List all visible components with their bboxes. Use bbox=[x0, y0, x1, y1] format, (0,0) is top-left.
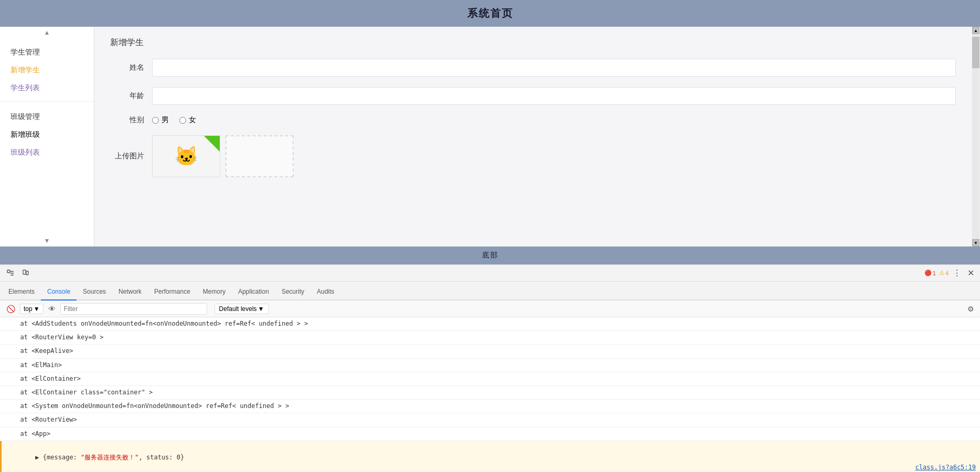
levels-arrow: ▼ bbox=[258, 305, 264, 313]
devtools-inspect-btn[interactable] bbox=[4, 267, 17, 280]
filter-input[interactable] bbox=[60, 303, 207, 315]
tab-console[interactable]: Console bbox=[41, 284, 77, 301]
console-line: at <KeepAlive> bbox=[0, 345, 980, 358]
form-row-name: 姓名 bbox=[110, 59, 956, 77]
console-line: at <ElContainer> bbox=[0, 372, 980, 386]
radio-male-input[interactable] bbox=[152, 117, 159, 124]
levels-label: Default levels bbox=[219, 305, 257, 313]
label-upload: 上传图片 bbox=[110, 152, 152, 161]
warning-icon: ⚠ bbox=[939, 270, 944, 276]
console-line: at <RouterView key=0 > bbox=[0, 331, 980, 345]
scrollbar-down-btn[interactable]: ▼ bbox=[972, 239, 979, 246]
label-gender: 性别 bbox=[110, 115, 152, 125]
devtools-close-btn[interactable]: ✕ bbox=[965, 268, 976, 278]
sidebar-scroll-down[interactable]: ▼ bbox=[0, 235, 94, 246]
devtools-controls: 🚫 top ▼ 👁 Default levels ▼ ⚙ bbox=[0, 301, 980, 317]
tab-elements[interactable]: Elements bbox=[2, 284, 41, 301]
input-age[interactable] bbox=[152, 87, 956, 105]
devtools-top-left bbox=[4, 267, 31, 280]
tab-sources[interactable]: Sources bbox=[77, 284, 112, 301]
radio-female-label: 女 bbox=[189, 115, 196, 125]
console-line: at <RouterView> bbox=[0, 413, 980, 427]
form-title: 新增学生 bbox=[110, 37, 956, 48]
levels-dropdown[interactable]: Default levels ▼ bbox=[214, 304, 269, 314]
devtools-top-right: 🔴 1 ⚠ 4 ⋮ ✕ bbox=[924, 268, 976, 278]
warning-count: 4 bbox=[945, 270, 949, 276]
radio-female-input[interactable] bbox=[179, 117, 186, 124]
sidebar-link-add-class[interactable]: 新增班级 bbox=[0, 126, 94, 144]
app-footer: 底部 bbox=[0, 246, 980, 264]
svg-rect-4 bbox=[23, 270, 26, 274]
console-settings-btn[interactable]: ⚙ bbox=[965, 304, 976, 314]
devtools-device-btn[interactable] bbox=[19, 267, 31, 280]
devtools-panel: 🔴 1 ⚠ 4 ⋮ ✕ Elements Console Sources Net… bbox=[0, 264, 980, 472]
radio-male[interactable]: 男 bbox=[152, 115, 169, 125]
right-scrollbar[interactable]: ▲ ▼ bbox=[972, 27, 980, 246]
app-title: 系统首页 bbox=[467, 7, 513, 19]
sidebar-section-students: 学生管理 bbox=[0, 41, 94, 61]
form-row-upload: 上传图片 🐱 bbox=[110, 135, 956, 177]
scrollbar-up-btn[interactable]: ▲ bbox=[972, 27, 979, 34]
error-icon: 🔴 bbox=[924, 270, 932, 276]
footer-text: 底部 bbox=[482, 251, 499, 259]
console-clear-btn[interactable]: 🚫 bbox=[4, 303, 17, 315]
devtools-more-btn[interactable]: ⋮ bbox=[952, 268, 962, 278]
sidebar-link-class-list[interactable]: 班级列表 bbox=[0, 144, 94, 162]
scrollbar-track[interactable] bbox=[972, 34, 979, 239]
console-line-object: ▶ {message: "服务器连接失败！", status: 0} class… bbox=[0, 441, 980, 472]
console-line: at <ElMain> bbox=[0, 359, 980, 372]
console-link-class[interactable]: class.js?a6c5:19 bbox=[915, 463, 976, 472]
console-line: at <App> bbox=[0, 427, 980, 441]
context-dropdown[interactable]: top ▼ bbox=[20, 304, 44, 314]
sidebar-section-class: 班级管理 bbox=[0, 106, 94, 126]
tab-network[interactable]: Network bbox=[112, 284, 148, 301]
filter-eye-btn[interactable]: 👁 bbox=[47, 304, 57, 314]
svg-rect-0 bbox=[7, 270, 10, 273]
console-line: at <System onVnodeUnmounted=fn<onVnodeUn… bbox=[0, 400, 980, 413]
scrollbar-thumb[interactable] bbox=[972, 37, 979, 68]
svg-rect-5 bbox=[26, 271, 28, 275]
error-count: 1 bbox=[933, 270, 936, 276]
cat-icon: 🐱 bbox=[175, 145, 198, 167]
tab-security[interactable]: Security bbox=[275, 284, 310, 301]
sidebar-scroll-up[interactable]: ▲ bbox=[0, 27, 94, 38]
upload-dotted-area[interactable] bbox=[225, 135, 294, 177]
radio-male-label: 男 bbox=[161, 115, 169, 125]
upload-preview: 🐱 bbox=[152, 135, 220, 177]
console-line: at <ElContainer class="container" > bbox=[0, 386, 980, 400]
upload-corner-indicator bbox=[204, 136, 220, 152]
main-content: 新增学生 姓名 年龄 性别 男 bbox=[94, 27, 972, 246]
devtools-tabs: Elements Console Sources Network Perform… bbox=[0, 282, 980, 301]
app-header: 系统首页 bbox=[0, 0, 980, 27]
label-age: 年龄 bbox=[110, 91, 152, 101]
console-line: at <AddStudents onVnodeUnmounted=fn<onVn… bbox=[0, 317, 980, 331]
warning-count-badge: ⚠ 4 bbox=[939, 270, 949, 276]
sidebar-link-add-student[interactable]: 新增学生 bbox=[0, 61, 94, 79]
radio-group-gender: 男 女 bbox=[152, 115, 196, 125]
tab-memory[interactable]: Memory bbox=[197, 284, 232, 301]
devtools-console[interactable]: at <AddStudents onVnodeUnmounted=fn<onVn… bbox=[0, 317, 980, 472]
label-name: 姓名 bbox=[110, 63, 152, 72]
error-count-badge: 🔴 1 bbox=[924, 270, 936, 276]
tab-application[interactable]: Application bbox=[232, 284, 275, 301]
context-label: top bbox=[24, 305, 33, 313]
radio-female[interactable]: 女 bbox=[179, 115, 196, 125]
expand-icon[interactable]: ▶ bbox=[35, 454, 39, 461]
context-arrow: ▼ bbox=[34, 305, 40, 313]
input-name[interactable] bbox=[152, 59, 956, 77]
tab-audits[interactable]: Audits bbox=[310, 284, 340, 301]
devtools-top-toolbar: 🔴 1 ⚠ 4 ⋮ ✕ bbox=[0, 265, 980, 282]
form-row-gender: 性别 男 女 bbox=[110, 115, 956, 125]
form-row-age: 年龄 bbox=[110, 87, 956, 105]
tab-performance[interactable]: Performance bbox=[148, 284, 197, 301]
upload-area: 🐱 bbox=[152, 135, 294, 177]
sidebar-link-student-list[interactable]: 学生列表 bbox=[0, 79, 94, 97]
